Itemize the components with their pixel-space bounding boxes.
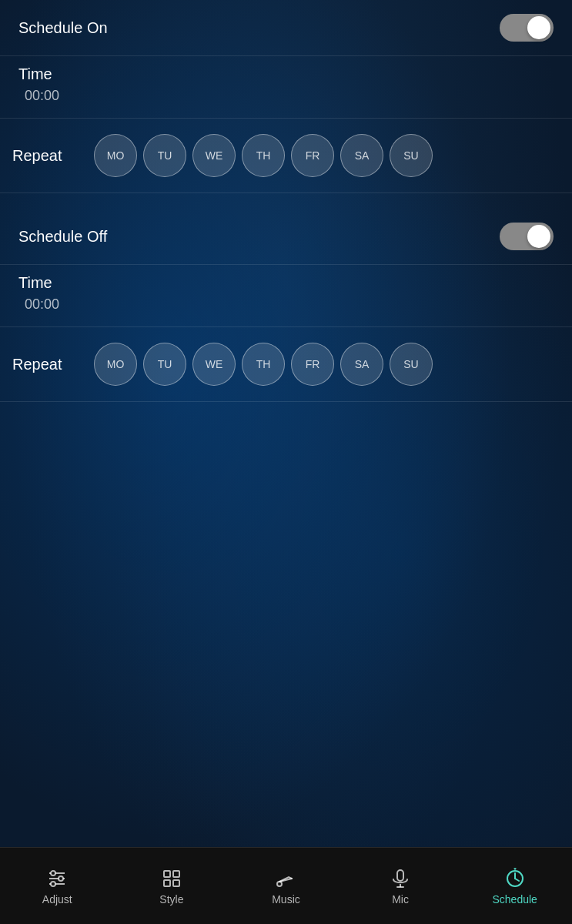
schedule-icon — [503, 867, 527, 890]
nav-label-music: Music — [272, 893, 300, 906]
day-btn-we-off[interactable]: WE — [192, 343, 236, 386]
svg-point-3 — [59, 876, 63, 881]
schedule-off-repeat-label: Repeat — [12, 356, 82, 373]
svg-rect-8 — [164, 880, 170, 886]
day-btn-su-off[interactable]: SU — [390, 343, 433, 386]
day-btn-fr-off[interactable]: FR — [291, 343, 334, 386]
day-btn-mo-on[interactable]: MO — [94, 134, 137, 177]
svg-line-16 — [515, 879, 519, 881]
schedule-off-time-label: Time — [18, 274, 52, 292]
svg-point-10 — [277, 882, 282, 886]
music-icon — [274, 867, 297, 890]
nav-label-mic: Mic — [392, 893, 409, 906]
day-btn-th-on[interactable]: TH — [242, 134, 285, 177]
style-icon — [160, 867, 183, 890]
day-btn-tu-off[interactable]: TU — [143, 343, 186, 386]
bottom-navigation: Adjust Style Music — [0, 847, 572, 924]
schedule-on-toggle-knob — [527, 16, 550, 39]
day-btn-th-off[interactable]: TH — [242, 343, 285, 386]
schedule-off-toggle-knob — [527, 225, 550, 248]
svg-rect-9 — [173, 880, 179, 886]
adjust-icon — [45, 867, 69, 890]
day-btn-sa-off[interactable]: SA — [340, 343, 383, 386]
nav-item-adjust[interactable]: Adjust — [0, 867, 115, 906]
schedule-on-time-label: Time — [18, 65, 52, 83]
svg-point-1 — [51, 871, 55, 875]
day-btn-tu-on[interactable]: TU — [143, 134, 186, 177]
day-btn-sa-on[interactable]: SA — [340, 134, 383, 177]
schedule-on-row: Schedule On — [0, 0, 572, 56]
nav-item-music[interactable]: Music — [229, 867, 343, 906]
svg-rect-11 — [397, 870, 403, 881]
schedule-on-time-value: 00:00 — [18, 88, 59, 104]
nav-item-style[interactable]: Style — [115, 867, 229, 906]
day-btn-su-on[interactable]: SU — [390, 134, 433, 177]
schedule-on-repeat-label: Repeat — [12, 147, 82, 165]
schedule-on-time-row: Time 00:00 — [0, 56, 572, 119]
schedule-on-label: Schedule On — [18, 19, 108, 37]
nav-item-mic[interactable]: Mic — [343, 867, 458, 906]
day-btn-we-on[interactable]: WE — [192, 134, 236, 177]
schedule-off-label: Schedule Off — [18, 228, 107, 246]
section-gap — [0, 193, 572, 209]
nav-label-style: Style — [159, 893, 183, 906]
mic-icon — [389, 867, 412, 890]
schedule-off-row: Schedule Off — [0, 209, 572, 265]
day-btn-fr-on[interactable]: FR — [291, 134, 334, 177]
day-btn-mo-off[interactable]: MO — [94, 343, 137, 386]
nav-label-schedule: Schedule — [492, 893, 537, 906]
schedule-off-time-row: Time 00:00 — [0, 265, 572, 327]
nav-label-adjust: Adjust — [42, 893, 72, 906]
schedule-on-repeat-row: Repeat MO TU WE TH FR SA SU — [0, 119, 572, 193]
schedule-on-toggle[interactable] — [500, 14, 554, 42]
schedule-off-time-value: 00:00 — [18, 296, 59, 313]
schedule-off-toggle[interactable] — [500, 223, 554, 250]
schedule-off-repeat-row: Repeat MO TU WE TH FR SA SU — [0, 327, 572, 402]
nav-item-schedule[interactable]: Schedule — [457, 867, 572, 906]
svg-rect-6 — [164, 871, 170, 877]
main-content: Schedule On Time 00:00 Repeat MO TU WE T… — [0, 0, 572, 847]
svg-point-5 — [51, 882, 55, 886]
svg-rect-7 — [173, 871, 179, 877]
